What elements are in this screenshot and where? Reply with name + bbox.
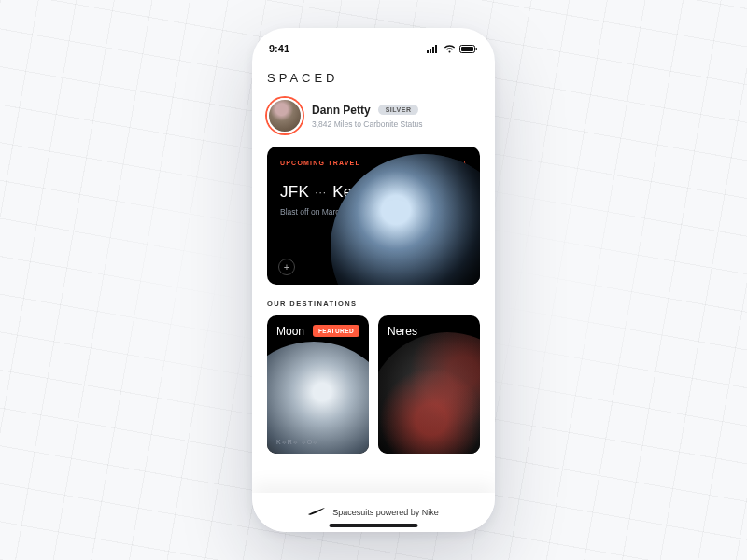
featured-badge: FEATURED: [313, 325, 359, 337]
nike-swoosh-icon: [308, 508, 325, 517]
svg-rect-5: [461, 47, 473, 51]
add-trip-button[interactable]: +: [278, 259, 295, 275]
avatar[interactable]: [267, 98, 303, 133]
destination-card-moon[interactable]: Moon FEATURED K⟡R⟡ ⟡O⟡: [267, 315, 369, 454]
route-from: JFK: [280, 183, 309, 202]
route-separator-icon: ···: [315, 186, 327, 199]
svg-rect-0: [427, 50, 429, 53]
battery-icon: [459, 45, 478, 53]
status-time: 9:41: [269, 43, 289, 54]
screen-content: SPACED Dann Petty SILVER 3,842 Miles to …: [252, 60, 495, 454]
tier-badge: SILVER: [378, 105, 419, 115]
home-indicator[interactable]: [330, 524, 418, 527]
moon-illustration: [267, 342, 369, 454]
cellular-icon: [427, 45, 440, 53]
miles-to-next-tier: 3,842 Miles to Carbonite Status: [312, 119, 423, 129]
svg-rect-1: [430, 49, 431, 53]
svg-rect-3: [435, 45, 437, 53]
user-name: Dann Petty: [312, 104, 371, 117]
svg-rect-2: [432, 47, 434, 53]
device-notch: [317, 28, 430, 49]
app-brand: SPACED: [267, 71, 480, 85]
profile-block[interactable]: Dann Petty SILVER 3,842 Miles to Carboni…: [267, 98, 480, 133]
destination-card-neres[interactable]: Neres: [378, 315, 480, 454]
svg-rect-6: [476, 48, 478, 50]
planet-illustration: [331, 154, 480, 285]
wifi-icon: [444, 45, 456, 53]
neres-illustration: [378, 332, 480, 454]
status-icons: [427, 45, 478, 53]
decorative-glyphs: K⟡R⟡ ⟡O⟡: [276, 439, 318, 446]
phone-frame: 9:41 SPACED Dann Petty SILVER 3,842 Mile…: [252, 28, 495, 532]
destinations-row: Moon FEATURED K⟡R⟡ ⟡O⟡ Neres: [267, 315, 480, 454]
destinations-heading: OUR DESTINATIONS: [267, 300, 480, 308]
plus-icon: +: [284, 261, 289, 273]
upcoming-travel-card[interactable]: UPCOMING TRAVEL ⟨⟡⟢⟩ JFK ··· Kepler 452B…: [267, 147, 480, 285]
footer-text: Spacesuits powered by Nike: [332, 508, 439, 517]
